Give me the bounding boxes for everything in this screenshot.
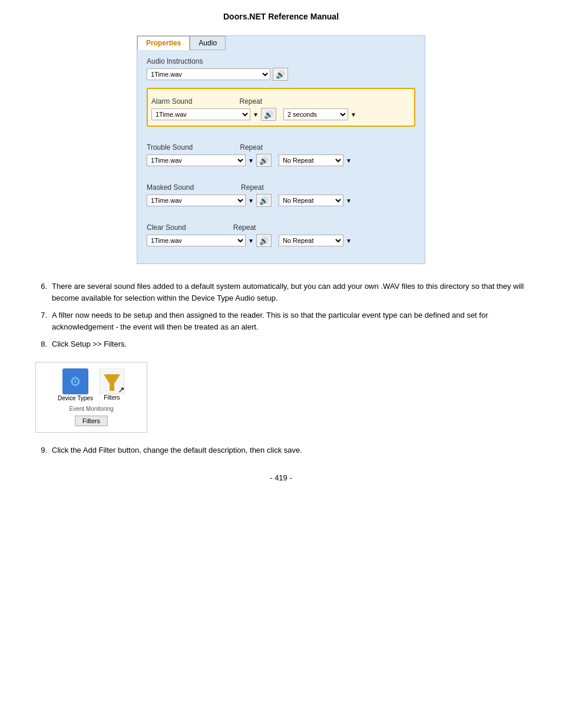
alarm-sound-section: Alarm Sound Repeat 1Time.wav ▼ 🔊 2 secon… (147, 88, 415, 127)
list-item-9: 9. Click the Add Filter button, change t… (35, 444, 527, 456)
item-num-7: 7. (35, 309, 47, 332)
filters-icon-block[interactable]: ↗ Filters (99, 368, 125, 402)
masked-speaker-icon: 🔊 (259, 196, 269, 205)
list-item-7: 7. A filter now needs to be setup and th… (35, 309, 527, 332)
tabs-row: Properties Audio (137, 36, 425, 50)
clear-dropdown-arrow: ▼ (248, 238, 254, 244)
trouble-repeat-select[interactable]: No Repeat (279, 154, 343, 166)
clear-repeat-arrow: ▼ (346, 238, 352, 244)
item-text-7: A filter now needs to be setup and then … (52, 309, 527, 332)
clear-repeat-label: Repeat (233, 223, 256, 232)
tab-audio[interactable]: Audio (190, 36, 226, 50)
audio-panel: Properties Audio Audio Instructions 1Tim… (137, 35, 425, 264)
item-num-6: 6. (35, 281, 47, 304)
audio-instructions-select[interactable]: 1Time.wav (147, 68, 270, 80)
trouble-repeat-arrow: ▼ (346, 157, 352, 164)
trouble-speaker-btn[interactable]: 🔊 (256, 154, 272, 167)
svg-text:⚙: ⚙ (70, 374, 81, 389)
device-types-icon-block[interactable]: ⚙ Device Types (58, 368, 93, 402)
masked-sound-select[interactable]: 1Time.wav (147, 195, 246, 206)
item-num-9: 9. (35, 444, 47, 456)
tab-properties[interactable]: Properties (137, 36, 190, 50)
masked-repeat-arrow: ▼ (346, 197, 352, 204)
clear-sound-row: 1Time.wav ▼ 🔊 No Repeat ▼ (147, 234, 415, 247)
trouble-repeat-group: No Repeat (279, 154, 343, 166)
masked-repeat-label: Repeat (241, 183, 264, 192)
masked-sound-section: Masked Sound Repeat 1Time.wav ▼ 🔊 No Rep… (147, 177, 415, 207)
clear-repeat-group: No Repeat (279, 235, 343, 246)
alarm-dropdown-arrow: ▼ (253, 111, 259, 118)
alarm-speaker-icon: 🔊 (264, 110, 273, 119)
trouble-sound-select[interactable]: 1Time.wav (147, 154, 246, 166)
item-text-8: Click Setup >> Filters. (52, 338, 527, 350)
list-item-8: 8. Click Setup >> Filters. (35, 338, 527, 350)
alarm-sound-row: 1Time.wav ▼ 🔊 2 seconds ▼ (151, 108, 411, 121)
device-types-icon: ⚙ (62, 368, 88, 394)
trouble-speaker-icon: 🔊 (259, 156, 269, 165)
masked-dropdown-arrow: ▼ (248, 197, 254, 204)
trouble-sound-row: 1Time.wav ▼ 🔊 No Repeat ▼ (147, 154, 415, 167)
audio-instructions-speaker-btn[interactable]: 🔊 (273, 68, 288, 81)
trouble-dropdown-arrow: ▼ (248, 157, 254, 164)
device-types-label: Device Types (58, 394, 93, 402)
item-text-6: There are several sound files added to a… (52, 281, 527, 304)
cursor-icon: ↗ (118, 385, 125, 394)
alarm-repeat-arrow: ▼ (351, 111, 356, 118)
filters-bottom-button[interactable]: Filters (75, 416, 108, 426)
alarm-repeat-group: 2 seconds (283, 108, 348, 120)
list-item-6: 6. There are several sound files added t… (35, 281, 527, 304)
masked-speaker-btn[interactable]: 🔊 (256, 194, 272, 207)
audio-instructions-row: 1Time.wav 🔊 (147, 68, 415, 81)
alarm-sound-select[interactable]: 1Time.wav (151, 108, 250, 120)
masked-repeat-group: No Repeat (279, 195, 343, 206)
panel-body: Audio Instructions 1Time.wav 🔊 Alarm Sou… (137, 57, 425, 247)
trouble-sound-section: Trouble Sound Repeat 1Time.wav ▼ 🔊 No Re… (147, 137, 415, 167)
alarm-repeat-label: Repeat (239, 97, 262, 106)
event-monitoring-label: Event Monitoring (42, 406, 141, 412)
page-number: - 419 - (35, 473, 527, 482)
clear-sound-section: Clear Sound Repeat 1Time.wav ▼ 🔊 No Repe… (147, 218, 415, 247)
item-num-8: 8. (35, 338, 47, 350)
filters-bottom-btn-row: Filters (42, 416, 141, 426)
clear-speaker-icon: 🔊 (259, 236, 269, 245)
item-text-9: Click the Add Filter button, change the … (52, 444, 527, 456)
audio-instructions-label: Audio Instructions (147, 57, 415, 65)
alarm-speaker-btn[interactable]: 🔊 (261, 108, 276, 121)
clear-sound-label: Clear Sound (147, 223, 186, 232)
filters-icon-label: Filters (104, 394, 120, 401)
masked-sound-row: 1Time.wav ▼ 🔊 No Repeat ▼ (147, 194, 415, 207)
numbered-list-9: 9. Click the Add Filter button, change t… (35, 444, 527, 456)
speaker-icon: 🔊 (276, 70, 285, 79)
masked-sound-label: Masked Sound (147, 183, 194, 192)
filters-icon: ↗ (99, 368, 125, 394)
trouble-repeat-label: Repeat (240, 143, 263, 151)
clear-sound-select[interactable]: 1Time.wav (147, 235, 246, 246)
masked-repeat-select[interactable]: No Repeat (279, 195, 343, 206)
page-title: Doors.NET Reference Manual (35, 12, 527, 21)
setup-icons-row: ⚙ Device Types ↗ Filters (42, 368, 141, 402)
setup-panel: ⚙ Device Types ↗ Filters Event Monitorin… (35, 362, 147, 433)
clear-speaker-btn[interactable]: 🔊 (256, 234, 272, 247)
clear-repeat-select[interactable]: No Repeat (279, 235, 343, 246)
numbered-list: 6. There are several sound files added t… (35, 281, 527, 350)
alarm-sound-label: Alarm Sound (151, 97, 192, 106)
alarm-repeat-select[interactable]: 2 seconds (283, 108, 348, 120)
trouble-sound-label: Trouble Sound (147, 143, 193, 151)
